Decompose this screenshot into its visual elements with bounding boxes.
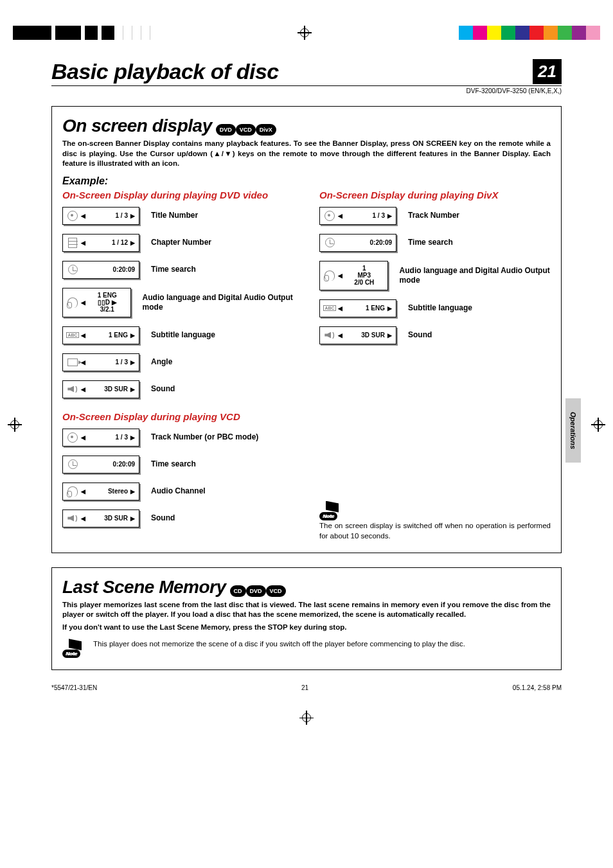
osd-indicator-box: 0:20:09 (62, 261, 139, 279)
osd-indicator-box: ◀1 / 12▶ (62, 234, 139, 252)
osd-intro-text: The on-screen Banner Display contains ma… (62, 139, 551, 169)
osd-value: 1 / 3 (88, 434, 128, 441)
vcd-heading: On-Screen Display during playing VCD (62, 411, 294, 422)
osd-description: Audio Channel (151, 486, 206, 496)
osd-indicator-box: 0:20:09 (62, 456, 139, 474)
osd-row: 0:20:09Time search (319, 234, 551, 252)
abc-icon: ABC (324, 303, 335, 314)
on-screen-display-section: On screen display DVDVCDDivX The on-scre… (51, 106, 562, 553)
model-info: DVF-3200/DVF-3250 (EN/K,E,X,) (51, 87, 562, 94)
right-arrow-icon: ▶ (130, 386, 135, 393)
left-arrow-icon: ◀ (81, 213, 85, 219)
disc-badge-vcd: VCD (266, 585, 286, 597)
clock-icon (324, 237, 335, 249)
osd-row: 0:20:09Time search (62, 261, 294, 279)
left-arrow-icon: ◀ (81, 299, 85, 306)
osd-indicator-box: )◀3D SUR▶ (62, 509, 139, 527)
osd-value: Stereo (88, 488, 128, 495)
section-title-text: Last Scene Memory (62, 577, 226, 598)
right-arrow-icon: ▶ (130, 332, 135, 339)
osd-indicator-box: ◀1 / 3▶ (319, 207, 396, 225)
registration-mark-icon (298, 26, 312, 40)
osd-description: Track Number (408, 211, 459, 220)
lsm-note-text: This player does not memorize the scene … (93, 639, 551, 649)
osd-row: )◀3D SUR▶Sound (62, 509, 294, 527)
osd-indicator-box: ABC◀1 ENG▶ (319, 299, 396, 317)
osd-description: Sound (151, 384, 175, 394)
registration-mark-right-icon (591, 418, 605, 432)
osd-note-text: The on screen display is switched off wh… (319, 520, 551, 541)
osd-row: ◀1 / 3▶Title Number (62, 207, 294, 225)
lsm-note: Note This player does not memorize the s… (62, 639, 551, 658)
lsm-intro-text-2: If you don't want to use the Last Scene … (62, 623, 551, 633)
osd-value: 3D SUR (345, 332, 385, 339)
osd-row: 0:20:09Time search (62, 456, 294, 474)
osd-description: Title Number (151, 211, 198, 220)
left-arrow-icon: ◀ (81, 359, 85, 366)
right-arrow-icon: ▶ (130, 359, 135, 366)
disc-badge-dvd: DVD (246, 585, 266, 597)
left-arrow-icon: ◀ (81, 240, 85, 246)
osd-value: 3D SUR (88, 515, 128, 522)
disc-badge-cd: CD (230, 585, 246, 597)
osd-row: ABC◀1 ENG▶Subtitle language (319, 299, 551, 317)
spk-icon: ) (67, 384, 78, 395)
osd-row: ABC◀1 ENG▶Subtitle language (62, 326, 294, 344)
osd-value: 0:20:09 (81, 266, 135, 273)
osd-description: Audio language and Digital Audio Output … (143, 293, 294, 312)
osd-indicator-box: ◀1 ENG ▯▯D ▶ 3/2.1 (62, 288, 131, 317)
osd-value: 1 / 3 (345, 212, 385, 219)
left-arrow-icon: ◀ (81, 434, 85, 441)
left-arrow-icon: ◀ (338, 272, 342, 279)
side-tab-label: Operations (569, 412, 577, 449)
head-icon (67, 297, 78, 308)
head-icon (324, 270, 335, 281)
osd-indicator-box: )◀3D SUR▶ (62, 380, 139, 398)
section-title-lsm: Last Scene Memory CDDVDVCD (62, 577, 286, 598)
right-arrow-icon: ▶ (130, 488, 135, 495)
disc-icon (67, 432, 78, 443)
chap-icon (67, 237, 78, 249)
right-arrow-icon: ▶ (130, 515, 135, 522)
dvd-heading: On-Screen Display during playing DVD vid… (62, 190, 294, 200)
osd-description: Subtitle language (408, 303, 472, 313)
note-icon: Note (62, 639, 85, 658)
left-arrow-icon: ◀ (338, 305, 342, 312)
left-arrow-icon: ◀ (338, 332, 342, 339)
osd-description: Audio language and Digital Audio Output … (400, 266, 551, 285)
osd-value: 1 ENG (345, 305, 385, 312)
disc-icon (67, 210, 78, 222)
head-icon (67, 486, 78, 497)
lsm-intro-text: This player memorizes last scene from th… (62, 600, 551, 620)
right-color-blocks (459, 26, 600, 40)
osd-row: ◀1 MP3 2/0 CHAudio language and Digital … (319, 261, 551, 290)
left-arrow-icon: ◀ (81, 386, 85, 393)
left-arrow-icon: ◀ (81, 332, 85, 339)
last-scene-memory-section: Last Scene Memory CDDVDVCD This player m… (51, 567, 562, 671)
osd-row: ◀1 / 3▶Track Number (or PBC mode) (62, 429, 294, 447)
page-number-box: 21 (533, 59, 562, 84)
clock-icon (67, 264, 78, 276)
osd-row: )◀3D SUR▶Sound (62, 380, 294, 398)
osd-description: Subtitle language (151, 330, 215, 340)
osd-note: Note (319, 501, 551, 520)
example-label: Example: (62, 175, 551, 187)
osd-indicator-box: ◀1 / 3▶ (62, 429, 139, 447)
left-black-blocks (13, 26, 150, 40)
left-arrow-icon: ◀ (81, 488, 85, 495)
section-title-osd: On screen display DVDVCDDivX (62, 116, 276, 136)
disc-badge-dvd: DVD (216, 124, 236, 136)
osd-description: Sound (408, 330, 432, 340)
right-arrow-icon: ▶ (387, 213, 392, 219)
section-title-text: On screen display (62, 116, 212, 136)
osd-row: )◀3D SUR▶Sound (319, 326, 551, 344)
osd-value: 1 / 12 (88, 239, 128, 246)
page-title: Basic playback of disc (51, 59, 279, 84)
abc-icon: ABC (67, 330, 78, 341)
footer-center: 21 (301, 684, 308, 691)
osd-description: Time search (408, 238, 453, 247)
osd-indicator-box: ABC◀1 ENG▶ (62, 326, 139, 344)
osd-description: Time search (151, 459, 196, 469)
osd-value: 1 ENG (88, 332, 128, 339)
osd-description: Chapter Number (151, 238, 211, 247)
